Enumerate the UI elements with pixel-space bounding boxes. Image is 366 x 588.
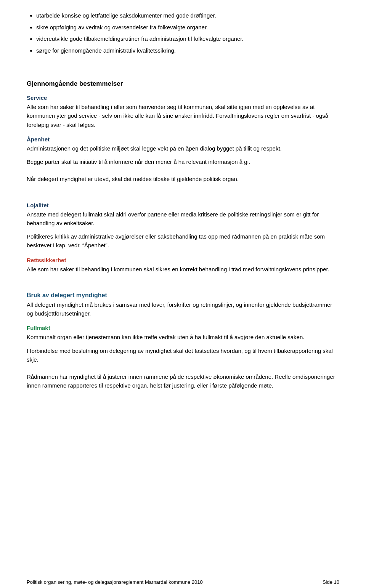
bruk-body1: All delegert myndighet må brukes i samsv…	[27, 300, 339, 318]
aapenhet-heading: Åpenhet	[27, 136, 339, 143]
service-body: Alle som har saker til behandling i elle…	[27, 103, 339, 129]
service-heading: Service	[27, 95, 339, 101]
lojalitet-heading: Lojalitet	[27, 202, 339, 208]
footer-right: Side 10	[323, 579, 339, 585]
rettssikkerhet-heading: Rettssikkerhet	[27, 257, 339, 263]
fullmakt-heading: Fullmakt	[27, 325, 339, 331]
lojalitet-body2: Politikeres kritikk av administrative av…	[27, 232, 339, 250]
lojalitet-body1: Ansatte med delegert fullmakt skal aldri…	[27, 210, 339, 228]
bullet-item: utarbeide konsise og lettfattelige saksd…	[36, 11, 339, 20]
aapenhet-body3: Når delegert myndighet er utøvd, skal de…	[27, 175, 339, 183]
aapenhet-body1: Administrasjonen og det politiske miljøe…	[27, 144, 339, 153]
bullet-item: videreutvikle gode tilbakemeldingsrutine…	[36, 35, 339, 43]
rettssikkerhet-body1: Alle som har saker til behandling i komm…	[27, 265, 339, 274]
bullet-item: sikre oppfølging av vedtak og oversendel…	[36, 23, 339, 32]
gjennomgaende-heading: Gjennomgående bestemmelser	[27, 80, 339, 88]
bullet-item: sørge for gjennomgående administrativ kv…	[36, 46, 339, 55]
footer: Politisk organisering, møte- og delegasj…	[0, 576, 366, 588]
fullmakt-body2: I forbindelse med beslutning om delegeri…	[27, 346, 339, 364]
fullmakt-body1: Kommunalt organ eller tjenestemann kan i…	[27, 333, 339, 341]
bruk-heading: Bruk av delegert myndighet	[27, 292, 339, 299]
page-content: utarbeide konsise og lettfattelige saksd…	[0, 0, 366, 425]
intro-bullet-list: utarbeide konsise og lettfattelige saksd…	[27, 11, 339, 55]
fullmakt-body3: Rådmannen har myndighet til å justerer i…	[27, 372, 339, 390]
footer-left: Politisk organisering, møte- og delegasj…	[27, 579, 203, 585]
aapenhet-body2: Begge parter skal ta initiativ til å inf…	[27, 157, 339, 166]
